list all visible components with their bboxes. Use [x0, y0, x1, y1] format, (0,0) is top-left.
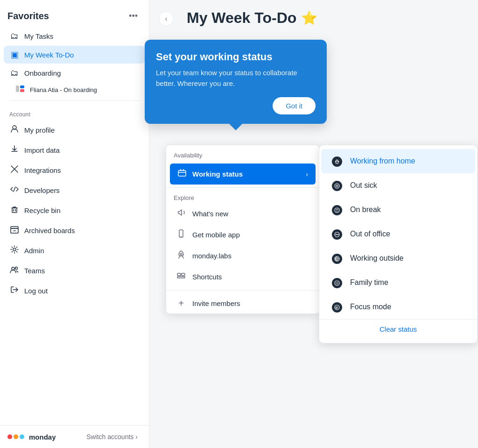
- gear-icon: [9, 245, 20, 256]
- favorite-star-icon[interactable]: ⭐: [301, 10, 317, 26]
- svg-point-38: [337, 307, 338, 308]
- logo-dot-orange: [14, 434, 18, 439]
- switch-accounts-button[interactable]: Switch accounts ›: [83, 431, 141, 442]
- sidebar-item-label: My profile: [24, 126, 55, 134]
- sidebar-item-label: Import data: [24, 146, 60, 154]
- out-of-office-label: Out of office: [350, 230, 390, 238]
- sidebar-item-integrations[interactable]: Integrations: [4, 161, 145, 180]
- dropdown-item-whats-new[interactable]: What's new: [168, 203, 317, 224]
- dropdown-item-mobile-app[interactable]: Get mobile app: [168, 224, 317, 245]
- clear-status-button[interactable]: Clear status: [380, 325, 417, 333]
- sidebar-item-label: Log out: [24, 287, 48, 295]
- board-icon: [15, 85, 25, 94]
- footer-brand-area: monday: [7, 433, 56, 441]
- trash-icon: [9, 205, 20, 216]
- status-item-on-break[interactable]: On break: [321, 198, 475, 222]
- sidebar-divider: [9, 100, 140, 101]
- out-of-office-icon: [330, 228, 344, 240]
- dropdown-item-labs[interactable]: monday.labs: [168, 245, 317, 266]
- sidebar-item-import-data[interactable]: Import data: [4, 141, 145, 160]
- sidebar-item-label: My Week To-Do: [24, 51, 74, 59]
- on-break-icon: [330, 204, 344, 216]
- teams-icon: [9, 265, 20, 277]
- status-item-working-outside[interactable]: Working outside: [321, 246, 475, 270]
- svg-point-30: [337, 209, 338, 209]
- sidebar-item-log-out[interactable]: Log out: [4, 281, 145, 300]
- working-status-chevron: ›: [306, 171, 308, 178]
- sidebar-item-label: Archived boards: [24, 227, 75, 235]
- sidebar-item-onboarding-sub[interactable]: Fliana Atia - On boarding: [4, 83, 145, 97]
- status-submenu-footer: Clear status: [319, 319, 477, 339]
- sidebar-item-archived-boards[interactable]: Archived boards: [4, 221, 145, 240]
- mobile-icon: [176, 229, 187, 241]
- family-time-label: Family time: [350, 278, 388, 287]
- status-item-family-time[interactable]: Family time: [321, 270, 475, 295]
- working-from-home-label: Working from home: [350, 157, 415, 165]
- working-outside-label: Working outside: [350, 254, 403, 263]
- status-item-out-sick[interactable]: Out sick: [321, 173, 475, 198]
- svg-rect-2: [20, 89, 24, 92]
- dropdown-divider-2: [166, 290, 319, 291]
- board-icon: ▣: [9, 50, 20, 60]
- family-time-icon: [330, 277, 344, 289]
- account-section-label: Account: [4, 105, 145, 121]
- shortcuts-label: Shortcuts: [192, 273, 222, 281]
- out-sick-label: Out sick: [350, 181, 377, 190]
- status-item-out-of-office[interactable]: Out of office: [321, 222, 475, 246]
- sidebar-item-my-profile[interactable]: My profile: [4, 121, 145, 140]
- out-sick-icon: [330, 179, 344, 192]
- working-status-label: Working status: [192, 170, 243, 178]
- svg-point-28: [335, 208, 339, 213]
- dropdown-item-invite-members[interactable]: + Invite members: [168, 293, 317, 313]
- svg-rect-21: [177, 273, 181, 276]
- sidebar-item-teams[interactable]: Teams: [4, 261, 145, 280]
- focus-mode-icon: [330, 301, 344, 313]
- dropdown-divider-1: [166, 187, 319, 188]
- svg-rect-23: [177, 277, 185, 278]
- callout-body: Let your team know your status to collab…: [156, 68, 316, 89]
- status-item-focus-mode[interactable]: Focus mode: [321, 295, 475, 319]
- working-status-icon: [177, 168, 187, 180]
- logo-dot-blue: [20, 434, 24, 439]
- integrations-icon: [9, 164, 20, 176]
- sidebar-item-my-week-todo[interactable]: ▣ My Week To-Do: [4, 46, 145, 64]
- svg-rect-1: [20, 85, 24, 88]
- sidebar-item-label: Developers: [24, 186, 60, 194]
- status-item-working-from-home[interactable]: Working from home: [321, 149, 475, 173]
- svg-point-12: [12, 267, 14, 270]
- whats-new-label: What's new: [192, 210, 228, 218]
- svg-rect-16: [180, 169, 181, 171]
- sidebar-sub-item-label: Fliana Atia - On boarding: [30, 86, 97, 93]
- working-status-row[interactable]: Working status ›: [170, 164, 316, 185]
- sidebar-more-button[interactable]: •••: [125, 9, 141, 23]
- svg-rect-17: [183, 169, 184, 171]
- on-break-label: On break: [350, 206, 381, 214]
- sidebar-item-label: Integrations: [24, 166, 61, 174]
- account-dropdown: Availability Working status › Explore Wh…: [166, 145, 320, 314]
- sidebar-item-label: My Tasks: [24, 32, 53, 40]
- svg-point-19: [181, 236, 182, 237]
- back-button[interactable]: ‹: [159, 11, 174, 26]
- shortcuts-icon: [176, 271, 187, 283]
- sidebar-item-developers[interactable]: Developers: [4, 181, 145, 200]
- sidebar-title: Favorites: [7, 11, 49, 21]
- svg-line-6: [14, 187, 15, 192]
- sidebar-items-container: 🗂 My Tasks ▣ My Week To-Do 🗂 Onboarding …: [0, 28, 149, 425]
- sidebar-item-admin[interactable]: Admin: [4, 241, 145, 260]
- sidebar-footer: monday Switch accounts ›: [0, 425, 149, 448]
- megaphone-icon: [176, 208, 187, 220]
- sidebar-item-label: Onboarding: [24, 69, 61, 77]
- status-submenu: Working from home Out sick On break Out …: [319, 145, 478, 343]
- dropdown-item-shortcuts[interactable]: Shortcuts: [168, 266, 317, 287]
- callout-got-it-button[interactable]: Got it: [273, 97, 316, 114]
- svg-point-36: [335, 281, 339, 285]
- svg-rect-0: [16, 85, 19, 92]
- brand-name: monday: [29, 433, 56, 441]
- explore-section-label: Explore: [166, 191, 319, 203]
- svg-point-11: [13, 248, 16, 251]
- sidebar: Favorites ••• 🗂 My Tasks ▣ My Week To-Do…: [0, 0, 149, 448]
- sidebar-item-my-tasks[interactable]: 🗂 My Tasks: [4, 28, 145, 45]
- sidebar-item-recycle-bin[interactable]: Recycle bin: [4, 201, 145, 220]
- page-title-row: My Week To-Do ⭐: [163, 9, 464, 27]
- sidebar-item-onboarding[interactable]: 🗂 Onboarding: [4, 64, 145, 82]
